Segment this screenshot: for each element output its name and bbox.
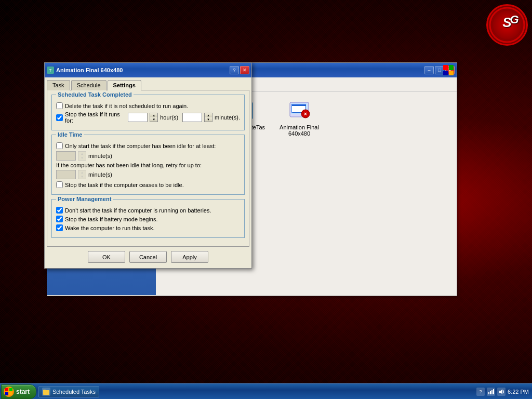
windows-flag-icon bbox=[443, 65, 454, 75]
retry-label-row: If the computer has not been idle that l… bbox=[56, 162, 240, 168]
delete-task-label: Delete the task if it is not scheduled t… bbox=[65, 103, 188, 109]
svg-rect-27 bbox=[9, 388, 12, 391]
taskbar-scheduled-tasks[interactable]: Scheduled Tasks bbox=[38, 386, 99, 397]
retry-minutes-input bbox=[56, 170, 76, 179]
dialog-title: Animation Final 640x480 bbox=[56, 67, 230, 73]
taskbar-tray: ? 6:22 PM bbox=[476, 388, 532, 396]
minutes-arrows[interactable]: ▲ ▼ bbox=[204, 113, 212, 122]
tab-settings[interactable]: Settings bbox=[108, 80, 141, 90]
minutes-input[interactable]: 0 bbox=[182, 113, 202, 122]
svg-text:T: T bbox=[49, 68, 52, 73]
svg-rect-29 bbox=[9, 392, 12, 395]
wake-computer-checkbox[interactable] bbox=[56, 224, 63, 231]
minutes-label: minute(s). bbox=[215, 114, 240, 121]
tab-strip: Task Schedule Settings bbox=[45, 77, 251, 90]
flag-green bbox=[449, 65, 454, 70]
delete-task-row: Delete the task if it is not scheduled t… bbox=[56, 102, 240, 109]
tray-help-icon[interactable]: ? bbox=[476, 388, 485, 396]
svg-rect-18 bbox=[291, 104, 306, 105]
dont-start-checkbox[interactable] bbox=[56, 207, 63, 214]
svg-rect-35 bbox=[493, 389, 494, 394]
start-label: start bbox=[16, 388, 30, 395]
task-icon-3: × bbox=[287, 97, 312, 122]
svg-rect-34 bbox=[491, 390, 493, 394]
dialog-actions: OK Cancel Apply bbox=[45, 247, 251, 268]
svg-rect-32 bbox=[488, 392, 489, 394]
hours-label: hour(s) bbox=[160, 114, 178, 121]
idle-minutes-label: minute(s) bbox=[88, 153, 112, 159]
flag-blue bbox=[443, 71, 448, 76]
tab-schedule[interactable]: Schedule bbox=[71, 80, 107, 90]
svg-text:G: G bbox=[510, 13, 518, 26]
hours-arrows[interactable]: ▲ ▼ bbox=[150, 113, 158, 122]
taskbar: start Scheduled Tasks ? bbox=[0, 383, 532, 399]
retry-label: If the computer has not been idle that l… bbox=[56, 162, 202, 168]
stop-task-row: Stop the task if it runs for: 72 ▲ ▼ hou… bbox=[56, 111, 240, 124]
minutes-down-arrow[interactable]: ▼ bbox=[205, 117, 212, 122]
tray-volume-icon[interactable] bbox=[497, 388, 506, 396]
hours-up-arrow[interactable]: ▲ bbox=[150, 113, 157, 117]
stop-task-checkbox[interactable] bbox=[56, 114, 63, 121]
svg-rect-21 bbox=[292, 105, 305, 106]
start-icon bbox=[4, 387, 14, 397]
retry-minutes-arrows: ▲ ▼ bbox=[78, 170, 86, 179]
taskbar-folder-icon bbox=[42, 388, 50, 396]
stop-idle-checkbox[interactable] bbox=[56, 181, 63, 188]
minimize-button[interactable]: – bbox=[424, 66, 434, 74]
stop-task-label: Stop the task if it runs for: bbox=[65, 111, 124, 124]
dialog-help-button[interactable]: ? bbox=[230, 66, 239, 74]
settings-dialog: T Animation Final 640x480 ? ✕ Task Sched… bbox=[44, 62, 252, 269]
tab-content-settings: Scheduled Task Completed Delete the task… bbox=[47, 90, 249, 247]
svg-rect-33 bbox=[490, 391, 491, 394]
delete-task-checkbox[interactable] bbox=[56, 102, 63, 109]
cancel-button[interactable]: Cancel bbox=[129, 251, 167, 263]
idle-minutes-row: ▲ ▼ minute(s) bbox=[56, 151, 240, 161]
tray-network-icon[interactable] bbox=[487, 388, 495, 396]
idle-time-title: Idle Time bbox=[56, 131, 84, 138]
svg-rect-28 bbox=[5, 392, 8, 395]
idle-minutes-arrows: ▲ ▼ bbox=[78, 151, 86, 161]
dialog-titlebar[interactable]: T Animation Final 640x480 ? ✕ bbox=[45, 63, 251, 77]
desktop: S G Scheduled Tasks – □ ✕ File Edit View… bbox=[0, 0, 532, 399]
idle-minutes-input bbox=[56, 151, 76, 161]
flag-yellow bbox=[449, 71, 454, 76]
dont-start-label: Don't start the task if the computer is … bbox=[65, 207, 211, 214]
scheduled-task-completed-title: Scheduled Task Completed bbox=[56, 91, 134, 98]
wake-computer-label: Wake the computer to run this task. bbox=[65, 225, 155, 231]
brand-logo: S G bbox=[486, 4, 528, 46]
stop-battery-row: Stop the task if battery mode begins. bbox=[56, 216, 240, 222]
list-item[interactable]: × Animation Final 640x480 bbox=[276, 97, 323, 137]
svg-text:×: × bbox=[304, 111, 307, 117]
taskbar-item-label: Scheduled Tasks bbox=[52, 389, 96, 395]
ok-button[interactable]: OK bbox=[88, 251, 125, 263]
retry-minutes-label: minute(s) bbox=[88, 171, 112, 178]
dont-start-row: Don't start the task if the computer is … bbox=[56, 207, 240, 214]
dialog-title-buttons: ? ✕ bbox=[230, 66, 249, 74]
idle-time-section: Idle Time Only start the task if the com… bbox=[51, 135, 245, 195]
stop-idle-label: Stop the task if the computer ceases to … bbox=[65, 182, 184, 188]
dialog-close-button[interactable]: ✕ bbox=[240, 66, 249, 74]
stop-battery-checkbox[interactable] bbox=[56, 216, 63, 222]
power-management-section: Power Management Don't start the task if… bbox=[51, 199, 245, 238]
wake-computer-row: Wake the computer to run this task. bbox=[56, 224, 240, 231]
hours-down-arrow[interactable]: ▼ bbox=[150, 117, 157, 122]
svg-rect-26 bbox=[5, 388, 8, 391]
minutes-up-arrow[interactable]: ▲ bbox=[205, 113, 212, 117]
start-button[interactable]: start bbox=[1, 384, 36, 399]
power-management-title: Power Management bbox=[56, 196, 113, 202]
only-start-checkbox[interactable] bbox=[56, 142, 63, 149]
task-icon-3-label: Animation Final 640x480 bbox=[276, 124, 323, 137]
apply-button[interactable]: Apply bbox=[171, 251, 208, 263]
hours-input[interactable]: 72 bbox=[128, 113, 148, 122]
hours-spinner[interactable]: 72 ▲ ▼ hour(s) bbox=[128, 113, 178, 122]
only-start-row: Only start the task if the computer has … bbox=[56, 142, 240, 149]
minutes-spinner[interactable]: 0 ▲ ▼ minute(s). bbox=[182, 113, 240, 122]
scheduled-task-completed-section: Scheduled Task Completed Delete the task… bbox=[51, 95, 245, 130]
stop-idle-row: Stop the task if the computer ceases to … bbox=[56, 181, 240, 188]
stop-battery-label: Stop the task if battery mode begins. bbox=[65, 216, 158, 222]
svg-rect-31 bbox=[43, 390, 46, 391]
retry-minutes-row: ▲ ▼ minute(s) bbox=[56, 170, 240, 179]
dialog-app-icon: T bbox=[47, 66, 54, 74]
only-start-label: Only start the task if the computer has … bbox=[65, 143, 216, 149]
tab-task[interactable]: Task bbox=[47, 80, 70, 90]
